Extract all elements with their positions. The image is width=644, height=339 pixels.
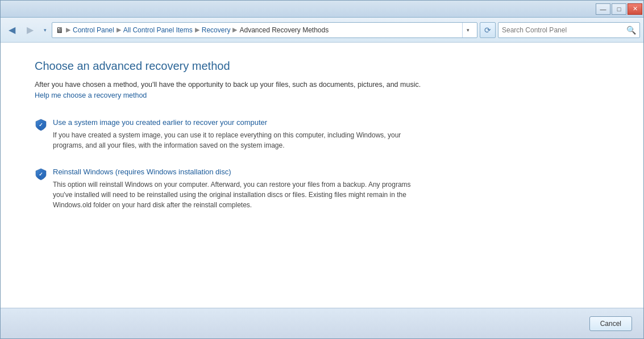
- help-link[interactable]: Help me choose a recovery method: [35, 91, 147, 99]
- option-1-title[interactable]: Use a system image you created earlier t…: [53, 118, 417, 127]
- nav-dropdown-button[interactable]: ▾: [40, 22, 49, 38]
- refresh-button[interactable]: ⟳: [480, 22, 496, 38]
- search-icon[interactable]: 🔍: [626, 26, 636, 35]
- breadcrumb-control-panel[interactable]: Control Panel: [73, 26, 114, 34]
- content-area: Choose an advanced recovery method After…: [1, 43, 643, 308]
- option-2-desc: This option will reinstall Windows on yo…: [53, 179, 417, 210]
- search-box[interactable]: 🔍: [498, 22, 640, 38]
- option-reinstall-windows[interactable]: ✓ Reinstall Windows (requires Windows in…: [35, 168, 621, 210]
- breadcrumb-recovery[interactable]: Recovery: [202, 26, 231, 34]
- sep-3: ▶: [195, 26, 200, 34]
- toolbar: ◀ ▶ ▾ 🖥 ▶ Control Panel ▶ All Control Pa…: [1, 18, 643, 43]
- address-dropdown-button[interactable]: ▾: [462, 23, 473, 37]
- shield-icon-2: ✓: [35, 168, 47, 181]
- option-system-image[interactable]: ✓ Use a system image you created earlier…: [35, 118, 621, 150]
- footer: Cancel: [1, 308, 643, 338]
- option-1-content: Use a system image you created earlier t…: [53, 118, 417, 150]
- cancel-button[interactable]: Cancel: [589, 316, 632, 331]
- main-window: — □ ✕ ◀ ▶ ▾ 🖥 ▶ Control Panel ▶ All Cont…: [0, 0, 644, 339]
- breadcrumb-current: Advanced Recovery Methods: [239, 26, 329, 34]
- sep-1: ▶: [66, 26, 70, 34]
- search-input[interactable]: [502, 26, 626, 34]
- back-button[interactable]: ◀: [4, 22, 20, 38]
- shield-icon-1: ✓: [35, 119, 47, 131]
- sep-2: ▶: [117, 26, 121, 34]
- breadcrumb-all-items[interactable]: All Control Panel Items: [123, 26, 193, 34]
- option-2-title[interactable]: Reinstall Windows (requires Windows inst…: [53, 168, 417, 176]
- title-bar-buttons: — □ ✕: [596, 3, 642, 15]
- intro-text: After you have chosen a method, you'll h…: [35, 79, 433, 101]
- option-2-content: Reinstall Windows (requires Windows inst…: [53, 168, 417, 210]
- forward-button[interactable]: ▶: [22, 22, 38, 38]
- minimize-button[interactable]: —: [596, 3, 610, 15]
- options-container: ✓ Use a system image you created earlier…: [35, 118, 621, 210]
- page-title: Choose an advanced recovery method: [35, 60, 621, 73]
- svg-text:✓: ✓: [39, 122, 43, 128]
- sep-4: ▶: [232, 26, 237, 34]
- address-bar[interactable]: 🖥 ▶ Control Panel ▶ All Control Panel It…: [52, 22, 477, 38]
- address-icon: 🖥: [56, 26, 64, 35]
- close-button[interactable]: ✕: [628, 3, 642, 15]
- title-bar: — □ ✕: [1, 1, 643, 18]
- option-1-desc: If you have created a system image, you …: [53, 130, 417, 150]
- svg-text:✓: ✓: [39, 171, 43, 177]
- maximize-button[interactable]: □: [612, 3, 626, 15]
